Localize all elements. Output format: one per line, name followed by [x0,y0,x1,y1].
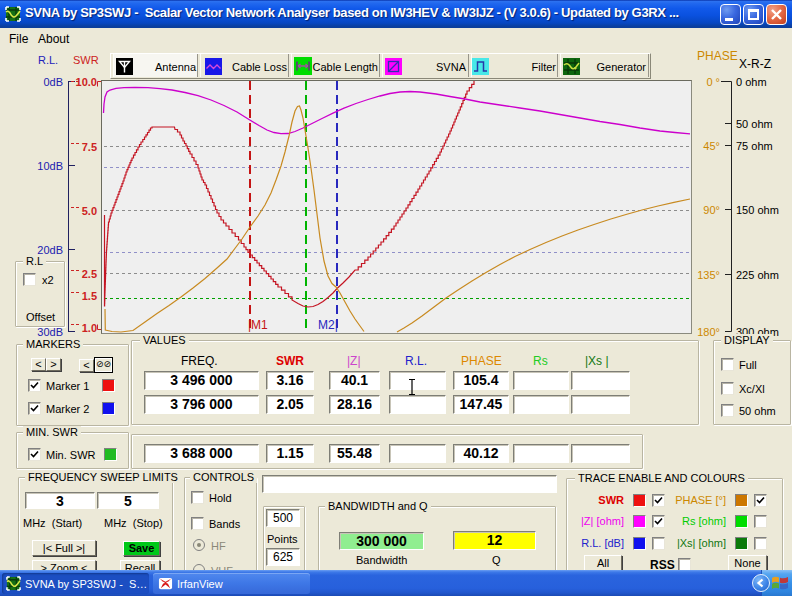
svg-text:|M1: |M1 [248,318,268,332]
svg-text:M2|: M2| [318,318,338,332]
